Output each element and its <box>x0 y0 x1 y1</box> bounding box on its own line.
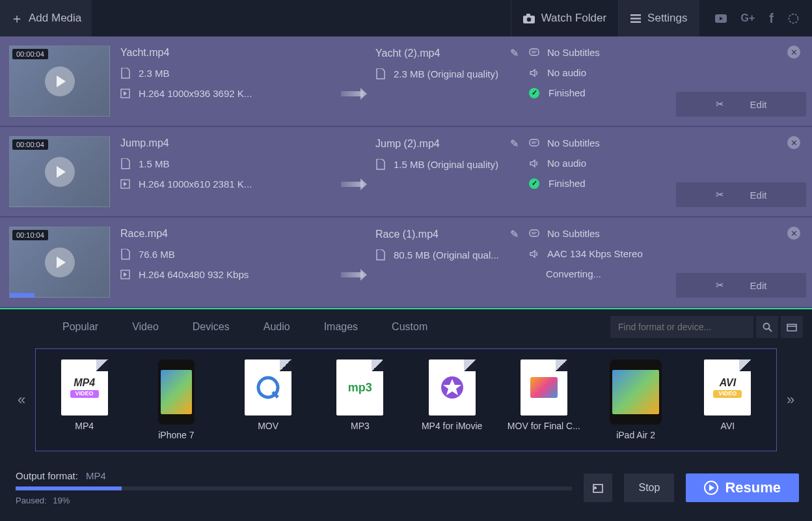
conversion-progressbar-fill <box>16 486 122 490</box>
resume-button[interactable]: Resume <box>686 473 799 502</box>
arrow-icon <box>341 182 363 187</box>
file-format-icon: AVIVIDEO <box>704 359 751 415</box>
rename-icon[interactable]: ✎ <box>510 228 519 240</box>
svg-rect-17 <box>530 230 539 236</box>
stop-button[interactable]: Stop <box>624 473 674 502</box>
subtitles-line: No Subtitles <box>529 47 666 58</box>
target-size: 2.3 MB (Original quality) <box>375 68 519 79</box>
paused-label: Paused: <box>16 496 47 505</box>
svg-rect-5 <box>630 21 641 22</box>
source-size: 1.5 MB <box>120 158 329 169</box>
svg-rect-3 <box>630 14 641 16</box>
format-preset[interactable]: iPad Air 2 <box>594 356 678 444</box>
svg-rect-1 <box>526 14 530 16</box>
format-grid: MP4VIDEO MP4 iPhone 7 MOV mp3 MP3 MP4 fo… <box>35 348 777 451</box>
format-preset[interactable]: MP4VIDEO MP4 <box>42 356 126 444</box>
format-preset[interactable]: mp3 MP3 <box>318 356 402 444</box>
output-folder-button[interactable] <box>584 473 612 502</box>
format-label: iPhone 7 <box>158 430 194 440</box>
subtitles-line: No Subtitles <box>529 137 666 148</box>
format-carousel: « MP4VIDEO MP4 iPhone 7 MOV mp3 MP3 MP4 … <box>0 345 812 459</box>
carousel-prev[interactable]: « <box>8 348 35 451</box>
row-icon <box>529 48 541 57</box>
file-format-icon: MP4VIDEO <box>61 359 108 415</box>
media-row: 00:00:04 Jump.mp4 1.5 MB H.264 1000x610 … <box>0 127 812 218</box>
format-label: MP4 for iMovie <box>422 421 482 431</box>
format-search[interactable] <box>610 316 753 338</box>
edit-button[interactable]: ✂ Edit <box>676 273 806 298</box>
format-tab[interactable]: Images <box>307 316 375 338</box>
video-thumbnail[interactable]: 00:00:04 <box>9 46 110 117</box>
format-tab[interactable]: Audio <box>247 316 307 338</box>
output-format-label: Output format: <box>16 470 78 481</box>
format-search-input[interactable] <box>618 322 746 332</box>
svg-rect-13 <box>530 139 539 146</box>
remove-button[interactable]: ✕ <box>787 136 800 149</box>
file-format-icon <box>245 359 291 415</box>
camera-icon <box>523 14 535 23</box>
row-icon <box>529 249 541 259</box>
video-thumbnail[interactable]: 00:00:04 <box>9 136 110 207</box>
audio-line: No audio <box>529 158 666 169</box>
format-tab[interactable]: Devices <box>176 316 247 338</box>
remove-button[interactable]: ✕ <box>787 46 800 59</box>
svg-rect-9 <box>530 49 539 55</box>
carousel-next[interactable]: » <box>777 348 804 451</box>
output-info: Output format: MP4 Paused: 19% <box>16 470 572 505</box>
row-icon <box>120 270 132 279</box>
format-label: MOV <box>258 421 278 431</box>
duration-badge: 00:00:04 <box>12 139 48 150</box>
scissors-icon: ✂ <box>716 189 724 201</box>
edit-button[interactable]: ✂ Edit <box>676 182 806 207</box>
row-icon <box>120 68 132 79</box>
watch-folder-button[interactable]: Watch Folder <box>511 0 618 36</box>
googleplus-icon[interactable]: G+ <box>741 12 755 24</box>
format-preset[interactable]: MP4 for iMovie <box>410 356 494 444</box>
media-row: 00:00:04 Yacht.mp4 2.3 MB H.264 1000x936… <box>0 36 812 127</box>
rename-icon[interactable]: ✎ <box>510 47 519 59</box>
edit-label: Edit <box>750 190 767 201</box>
arrow-icon <box>341 272 363 277</box>
format-preset[interactable]: MOV for Final C... <box>502 356 586 444</box>
format-preset[interactable]: iPhone 7 <box>134 356 218 444</box>
format-tab[interactable]: Popular <box>46 316 115 338</box>
row-icon <box>529 139 541 148</box>
row-icon <box>375 68 387 79</box>
format-preset[interactable]: AVIVIDEO AVI <box>686 356 770 444</box>
file-format-icon: mp3 <box>336 359 383 415</box>
formats-section: PopularVideoDevicesAudioImagesCustom « M… <box>0 308 812 459</box>
format-tab[interactable]: Custom <box>375 316 444 338</box>
edit-label: Edit <box>750 99 767 110</box>
row-icon <box>375 249 387 260</box>
bottombar: Output format: MP4 Paused: 19% Stop Resu… <box>0 459 812 516</box>
format-label: AVI <box>721 421 735 431</box>
rename-icon[interactable]: ✎ <box>510 137 519 150</box>
video-thumbnail[interactable]: 00:10:04 <box>9 227 110 298</box>
output-format-value: MP4 <box>86 470 106 481</box>
svg-line-21 <box>768 328 772 331</box>
format-tabs: PopularVideoDevicesAudioImagesCustom <box>0 309 812 345</box>
youtube-icon[interactable] <box>715 14 727 23</box>
format-preset[interactable]: MOV <box>226 356 310 444</box>
row-icon <box>375 159 387 170</box>
remove-button[interactable]: ✕ <box>787 227 800 240</box>
format-label: MP4 <box>75 421 94 431</box>
file-format-icon <box>429 359 476 415</box>
format-tab[interactable]: Video <box>115 316 176 338</box>
help-icon[interactable] <box>788 13 799 24</box>
add-media-button[interactable]: ＋ Add Media <box>0 0 92 36</box>
expand-formats-button[interactable] <box>781 316 803 338</box>
duration-badge: 00:10:04 <box>12 230 48 240</box>
settings-label: Settings <box>647 12 687 25</box>
facebook-icon[interactable]: f <box>769 11 774 26</box>
file-format-icon <box>521 359 567 415</box>
status-line: Converting... <box>529 268 666 279</box>
edit-button[interactable]: ✂ Edit <box>676 92 806 117</box>
search-button[interactable] <box>756 316 778 338</box>
row-icon <box>529 159 541 168</box>
device-icon <box>610 359 662 425</box>
row-icon <box>529 229 541 238</box>
source-codec: H.264 1000x936 3692 K... <box>120 88 329 99</box>
settings-button[interactable]: Settings <box>618 0 699 36</box>
audio-line: AAC 134 Kbps Stereo <box>529 248 666 259</box>
